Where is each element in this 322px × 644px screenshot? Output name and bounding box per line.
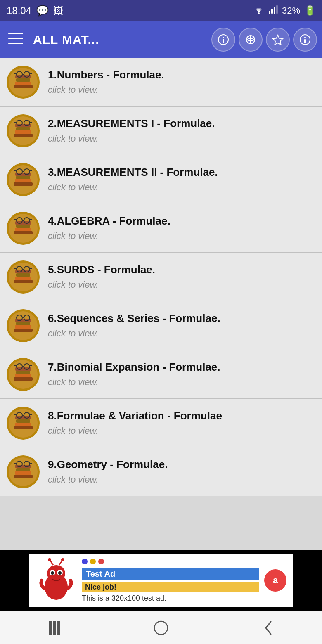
svg-rect-5 — [8, 33, 23, 34]
item-title: 2.MEASUREMENTS I - Formulae. — [48, 117, 215, 130]
star-button[interactable] — [266, 28, 290, 52]
menu-button[interactable] — [5, 29, 26, 51]
svg-rect-119 — [57, 621, 60, 635]
list-item[interactable]: 9.Geometry - Formulae.click to view. — [0, 447, 322, 496]
list-item[interactable]: 2.MEASUREMENTS I - Formulae.click to vie… — [0, 107, 322, 155]
svg-rect-80 — [16, 371, 30, 374]
ad-banner[interactable]: Test Ad Nice job! This is a 320x100 test… — [0, 550, 322, 611]
item-subtitle: click to view. — [48, 377, 220, 388]
svg-rect-120 — [154, 621, 168, 635]
list-item[interactable]: 6.Sequences & Series - Formulae.click to… — [0, 301, 322, 350]
svg-rect-30 — [16, 127, 30, 130]
status-left: 18:04 💬 🖼 — [7, 5, 64, 17]
list-item[interactable]: 3.MEASUREMENTS II - Formulae.click to vi… — [0, 155, 322, 204]
item-subtitle: click to view. — [48, 85, 164, 95]
svg-point-111 — [51, 571, 54, 575]
item-text: 5.SURDS - Formulae.click to view. — [48, 263, 155, 290]
item-text: 4.ALGEBRA - Formulae.click to view. — [48, 215, 170, 242]
svg-point-112 — [58, 571, 62, 575]
item-text: 6.Sequences & Series - Formulae.click to… — [48, 312, 220, 339]
item-text: 3.MEASUREMENTS II - Formulae.click to vi… — [48, 166, 218, 193]
svg-rect-18 — [14, 85, 33, 88]
svg-rect-2 — [271, 9, 273, 14]
ad-dots — [82, 559, 259, 564]
nav-bar — [0, 611, 322, 644]
item-avatar — [7, 163, 40, 196]
battery-icon: 🔋 — [304, 5, 315, 16]
item-subtitle: click to view. — [48, 182, 218, 193]
ad-inner: Test Ad Nice job! This is a 320x100 test… — [29, 554, 293, 607]
item-avatar — [7, 358, 40, 391]
item-text: 1.Numbers - Formulae.click to view. — [48, 69, 164, 95]
svg-rect-50 — [16, 225, 30, 228]
item-title: 8.Formulae & Variation - Formulae — [48, 410, 222, 422]
svg-rect-78 — [14, 377, 33, 381]
item-subtitle: click to view. — [48, 328, 220, 339]
svg-rect-68 — [14, 329, 33, 332]
list-item[interactable]: 7.Binomial Expansion - Formulae.click to… — [0, 350, 322, 399]
svg-rect-10 — [223, 39, 224, 43]
ad-mascot — [36, 558, 77, 603]
status-right: 32% 🔋 — [253, 5, 315, 17]
info-button[interactable] — [211, 28, 235, 52]
app-bar-icons — [211, 28, 317, 52]
svg-rect-90 — [16, 419, 30, 423]
svg-rect-59 — [15, 277, 31, 280]
svg-point-15 — [304, 37, 306, 38]
svg-point-9 — [223, 37, 224, 38]
svg-rect-3 — [274, 7, 275, 14]
ad-title: Test Ad — [82, 568, 259, 580]
svg-rect-69 — [15, 325, 31, 329]
svg-rect-99 — [15, 471, 31, 475]
svg-rect-48 — [14, 231, 33, 234]
item-subtitle: click to view. — [48, 279, 155, 290]
svg-rect-7 — [8, 43, 23, 44]
recent-apps-button[interactable] — [41, 616, 66, 640]
battery-display: 32% — [282, 5, 300, 16]
ad-subtitle: This is a 320x100 test ad. — [82, 594, 259, 603]
home-button[interactable] — [149, 616, 173, 640]
app-bar: ALL MAT... — [0, 21, 322, 58]
ad-content: Test Ad Nice job! This is a 320x100 test… — [82, 559, 259, 603]
list-item[interactable]: 8.Formulae & Variation - Formulaeclick t… — [0, 399, 322, 447]
svg-rect-29 — [15, 130, 31, 134]
svg-rect-20 — [16, 78, 30, 82]
item-avatar — [7, 260, 40, 294]
status-bar: 18:04 💬 🖼 32% 🔋 — [0, 0, 322, 21]
ad-logo[interactable]: a — [264, 569, 286, 592]
svg-rect-40 — [16, 176, 30, 179]
formula-list: 1.Numbers - Formulae.click to view. 2.ME… — [0, 58, 322, 550]
item-title: 6.Sequences & Series - Formulae. — [48, 312, 220, 325]
item-title: 9.Geometry - Formulae. — [48, 458, 168, 471]
item-text: 8.Formulae & Variation - Formulaeclick t… — [48, 410, 222, 436]
item-subtitle: click to view. — [48, 426, 222, 436]
image-icon: 🖼 — [54, 5, 64, 17]
svg-rect-58 — [14, 280, 33, 283]
svg-rect-49 — [15, 228, 31, 231]
item-text: 9.Geometry - Formulae.click to view. — [48, 458, 168, 485]
svg-rect-89 — [15, 423, 31, 426]
share-button[interactable] — [239, 28, 263, 52]
list-item[interactable]: 4.ALGEBRA - Formulae.click to view. — [0, 204, 322, 253]
ad-nice: Nice job! — [82, 582, 259, 592]
app-title: ALL MAT... — [33, 33, 205, 47]
svg-rect-16 — [304, 39, 306, 43]
svg-rect-117 — [49, 621, 52, 635]
info2-button[interactable] — [293, 28, 317, 52]
item-title: 5.SURDS - Formulae. — [48, 263, 155, 276]
list-item[interactable]: 5.SURDS - Formulae.click to view. — [0, 253, 322, 301]
back-button[interactable] — [256, 616, 281, 640]
svg-rect-70 — [16, 322, 30, 325]
svg-rect-39 — [15, 179, 31, 182]
svg-rect-28 — [14, 134, 33, 137]
item-title: 7.Binomial Expansion - Formulae. — [48, 361, 220, 374]
svg-rect-98 — [14, 475, 33, 478]
list-item[interactable]: 1.Numbers - Formulae.click to view. — [0, 58, 322, 107]
svg-point-116 — [61, 558, 64, 561]
item-subtitle: click to view. — [48, 133, 215, 144]
svg-rect-6 — [8, 38, 23, 39]
item-avatar — [7, 407, 40, 440]
svg-rect-60 — [16, 273, 30, 277]
svg-point-0 — [258, 12, 260, 14]
item-avatar — [7, 114, 40, 147]
